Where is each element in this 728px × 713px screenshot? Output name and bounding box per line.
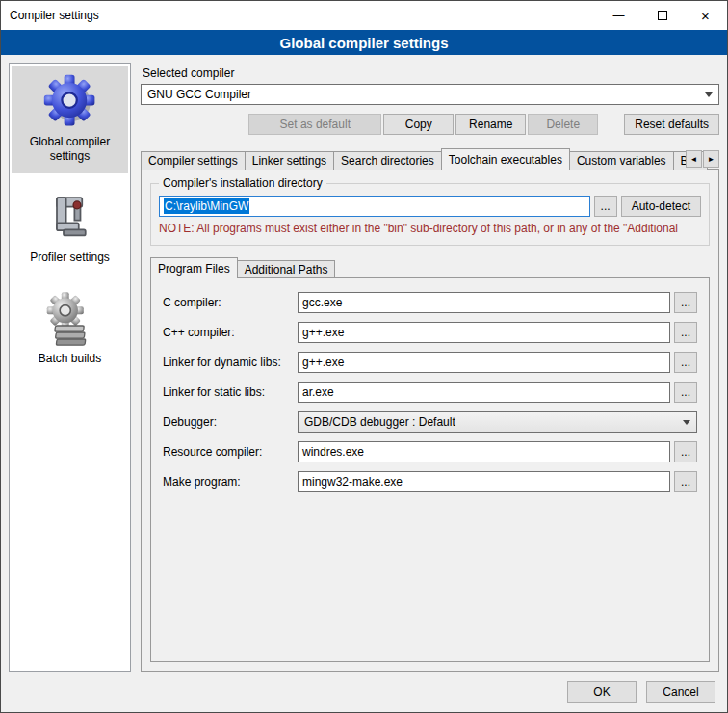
- dialog-footer: OK Cancel: [1, 672, 727, 712]
- c-compiler-browse-button[interactable]: ...: [674, 292, 697, 313]
- make-program-value: mingw32-make.exe: [302, 475, 403, 489]
- copy-button[interactable]: Copy: [383, 114, 454, 135]
- programs-subtabbar: Program Files Additional Paths: [150, 257, 710, 278]
- tab-scroll-buttons: ◄ ►: [686, 150, 719, 168]
- field-row-cpp-compiler: C++ compiler: g++.exe ...: [163, 322, 697, 343]
- minimize-icon: —: [613, 9, 625, 22]
- resource-compiler-value: windres.exe: [302, 445, 364, 459]
- maximize-icon: [658, 11, 667, 20]
- dynamic-linker-browse-button[interactable]: ...: [674, 352, 697, 373]
- cancel-button[interactable]: Cancel: [646, 681, 715, 703]
- cpp-compiler-label: C++ compiler:: [163, 326, 298, 339]
- field-row-c-compiler: C compiler: gcc.exe ...: [163, 292, 697, 313]
- maximize-button[interactable]: [640, 1, 684, 30]
- installation-directory-value: C:\raylib\MinGW: [164, 198, 249, 214]
- auto-detect-button[interactable]: Auto-detect: [621, 196, 701, 217]
- settings-category-sidebar: Global compiler settings Profiler settin…: [9, 63, 131, 672]
- subtab-program-files[interactable]: Program Files: [150, 257, 238, 278]
- dynamic-linker-value: g++.exe: [302, 356, 344, 369]
- sidebar-item-global-compiler-settings[interactable]: Global compiler settings: [12, 66, 128, 173]
- dynamic-linker-label: Linker for dynamic libs:: [163, 356, 298, 369]
- blue-gear-icon: [40, 73, 100, 129]
- set-as-default-button[interactable]: Set as default: [248, 114, 381, 135]
- gray-gear-stack-icon: [42, 292, 98, 346]
- tab-linker-settings[interactable]: Linker settings: [245, 151, 334, 170]
- cpp-compiler-value: g++.exe: [302, 326, 344, 339]
- cpp-compiler-browse-button[interactable]: ...: [674, 322, 697, 343]
- c-compiler-input[interactable]: gcc.exe: [298, 292, 670, 313]
- ok-button[interactable]: OK: [567, 681, 637, 703]
- resource-compiler-browse-button[interactable]: ...: [674, 441, 697, 462]
- selected-compiler-value: GNU GCC Compiler: [147, 88, 699, 101]
- debugger-label: Debugger:: [163, 415, 298, 429]
- titlebar: Compiler settings — ×: [1, 1, 727, 30]
- rename-button[interactable]: Rename: [455, 114, 526, 135]
- installation-directory-group: Compiler's installation directory C:\ray…: [150, 183, 710, 246]
- compiler-settings-dialog: Compiler settings — × Global compiler se…: [0, 0, 728, 713]
- program-files-page: C compiler: gcc.exe ... C++ compiler: g+…: [150, 277, 710, 662]
- window-controls: — ×: [597, 1, 727, 30]
- close-button[interactable]: ×: [684, 1, 727, 30]
- installation-directory-input[interactable]: C:\raylib\MinGW: [159, 196, 590, 217]
- compiler-actions: Set as default Copy Rename Delete Reset …: [141, 114, 719, 135]
- field-row-dynamic-linker: Linker for dynamic libs: g++.exe ...: [163, 352, 697, 373]
- c-compiler-label: C compiler:: [163, 296, 298, 309]
- field-row-make-program: Make program: mingw32-make.exe ...: [163, 471, 697, 492]
- tab-search-directories[interactable]: Search directories: [333, 151, 442, 170]
- make-program-label: Make program:: [163, 475, 298, 489]
- dynamic-linker-input[interactable]: g++.exe: [298, 352, 670, 373]
- window-title: Compiler settings: [1, 9, 99, 22]
- bin-subdirectory-note: NOTE: All programs must exist either in …: [159, 222, 701, 235]
- subtab-additional-paths[interactable]: Additional Paths: [237, 260, 336, 278]
- toolchain-executables-page: Compiler's installation directory C:\ray…: [141, 169, 719, 672]
- field-row-debugger: Debugger: GDB/CDB debugger : Default: [163, 411, 697, 433]
- selected-compiler-combobox[interactable]: GNU GCC Compiler: [141, 84, 719, 105]
- minimize-button[interactable]: —: [597, 1, 640, 30]
- debugger-combobox[interactable]: GDB/CDB debugger : Default: [298, 411, 697, 433]
- chevron-down-icon: [683, 420, 690, 425]
- delete-button[interactable]: Delete: [528, 114, 598, 135]
- field-row-static-linker: Linker for static libs: ar.exe ...: [163, 382, 697, 403]
- make-program-input[interactable]: mingw32-make.exe: [298, 471, 670, 492]
- settings-tabbar: Compiler settings Linker settings Search…: [141, 148, 719, 170]
- tab-compiler-settings[interactable]: Compiler settings: [141, 151, 246, 170]
- sidebar-item-profiler-settings[interactable]: Profiler settings: [12, 183, 128, 275]
- field-row-resource-compiler: Resource compiler: windres.exe ...: [163, 441, 697, 462]
- static-linker-value: ar.exe: [302, 385, 334, 399]
- tab-scroll-left-icon[interactable]: ◄: [686, 150, 702, 168]
- resource-compiler-input[interactable]: windres.exe: [298, 441, 670, 462]
- cpp-compiler-input[interactable]: g++.exe: [298, 322, 670, 343]
- chevron-down-icon: [705, 92, 713, 97]
- sidebar-item-batch-builds[interactable]: Batch builds: [12, 284, 128, 376]
- sidebar-item-label: Profiler settings: [30, 251, 110, 265]
- sidebar-item-label: Global compiler settings: [14, 135, 125, 164]
- resource-compiler-label: Resource compiler:: [163, 445, 298, 459]
- tab-scroll-right-icon[interactable]: ►: [703, 150, 719, 168]
- make-program-browse-button[interactable]: ...: [674, 471, 697, 492]
- debugger-value: GDB/CDB debugger : Default: [304, 415, 677, 429]
- profiler-tool-icon: [42, 191, 98, 245]
- page-title: Global compiler settings: [1, 30, 727, 55]
- tab-custom-variables[interactable]: Custom variables: [569, 151, 674, 170]
- c-compiler-value: gcc.exe: [302, 296, 342, 309]
- installation-directory-browse-button[interactable]: ...: [594, 196, 617, 217]
- sidebar-item-label: Batch builds: [39, 352, 101, 366]
- close-icon: ×: [701, 8, 710, 24]
- static-linker-label: Linker for static libs:: [163, 385, 298, 399]
- static-linker-browse-button[interactable]: ...: [674, 382, 697, 403]
- tab-toolchain-executables[interactable]: Toolchain executables: [441, 148, 570, 170]
- reset-defaults-button[interactable]: Reset defaults: [624, 114, 719, 135]
- static-linker-input[interactable]: ar.exe: [298, 382, 670, 403]
- selected-compiler-label: Selected compiler: [143, 66, 719, 80]
- installation-directory-label: Compiler's installation directory: [159, 176, 326, 190]
